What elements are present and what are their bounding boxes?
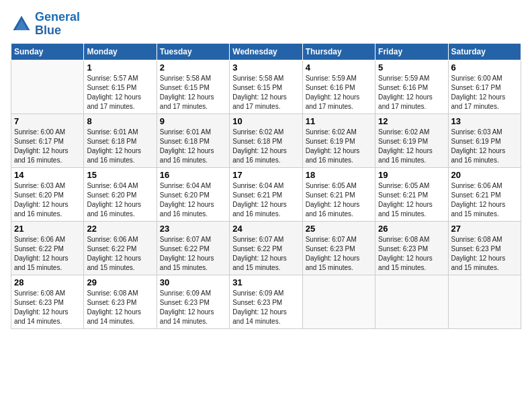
calendar-cell: 14Sunrise: 6:03 AM Sunset: 6:20 PM Dayli… (11, 167, 84, 221)
day-number: 2 (160, 62, 226, 73)
day-info: Sunrise: 6:01 AM Sunset: 6:18 PM Dayligh… (160, 128, 226, 165)
calendar-cell: 17Sunrise: 6:04 AM Sunset: 6:21 PM Dayli… (230, 167, 302, 221)
day-number: 18 (306, 170, 372, 180)
calendar-cell: 27Sunrise: 6:08 AM Sunset: 6:23 PM Dayli… (448, 221, 521, 275)
calendar-table: SundayMondayTuesdayWednesdayThursdayFrid… (11, 43, 521, 329)
calendar-cell: 19Sunrise: 6:05 AM Sunset: 6:21 PM Dayli… (375, 167, 448, 221)
weekday-header-friday: Friday (375, 43, 448, 60)
calendar-cell: 10Sunrise: 6:02 AM Sunset: 6:18 PM Dayli… (230, 113, 302, 167)
calendar-cell: 22Sunrise: 6:06 AM Sunset: 6:22 PM Dayli… (84, 221, 157, 275)
calendar-cell: 8Sunrise: 6:01 AM Sunset: 6:18 PM Daylig… (84, 113, 157, 167)
day-info: Sunrise: 6:04 AM Sunset: 6:20 PM Dayligh… (87, 181, 153, 219)
calendar-cell: 25Sunrise: 6:07 AM Sunset: 6:23 PM Dayli… (302, 221, 375, 275)
day-number: 26 (378, 224, 445, 234)
day-info: Sunrise: 5:57 AM Sunset: 6:15 PM Dayligh… (87, 74, 153, 111)
day-number: 16 (160, 170, 226, 180)
calendar-cell: 21Sunrise: 6:06 AM Sunset: 6:22 PM Dayli… (11, 221, 84, 275)
day-number: 22 (87, 224, 153, 234)
day-number: 1 (87, 62, 153, 73)
day-info: Sunrise: 6:04 AM Sunset: 6:21 PM Dayligh… (232, 181, 299, 219)
calendar-cell: 26Sunrise: 6:08 AM Sunset: 6:23 PM Dayli… (375, 221, 448, 275)
calendar-cell: 11Sunrise: 6:02 AM Sunset: 6:19 PM Dayli… (302, 113, 375, 167)
calendar-cell: 16Sunrise: 6:04 AM Sunset: 6:20 PM Dayli… (157, 167, 229, 221)
day-info: Sunrise: 6:06 AM Sunset: 6:22 PM Dayligh… (14, 235, 81, 273)
day-number: 15 (87, 170, 153, 180)
day-number: 3 (232, 62, 299, 73)
calendar-cell: 1Sunrise: 5:57 AM Sunset: 6:15 PM Daylig… (84, 60, 157, 113)
calendar-cell: 13Sunrise: 6:03 AM Sunset: 6:19 PM Dayli… (448, 113, 521, 167)
calendar-cell: 3Sunrise: 5:58 AM Sunset: 6:15 PM Daylig… (230, 60, 302, 113)
calendar-cell: 9Sunrise: 6:01 AM Sunset: 6:18 PM Daylig… (157, 113, 229, 167)
day-info: Sunrise: 6:09 AM Sunset: 6:23 PM Dayligh… (232, 289, 299, 326)
calendar-cell: 4Sunrise: 5:59 AM Sunset: 6:16 PM Daylig… (302, 60, 375, 113)
day-number: 7 (14, 116, 81, 126)
day-number: 27 (451, 224, 518, 234)
calendar-cell: 12Sunrise: 6:02 AM Sunset: 6:19 PM Dayli… (375, 113, 448, 167)
day-info: Sunrise: 6:00 AM Sunset: 6:17 PM Dayligh… (14, 128, 81, 165)
day-number: 31 (232, 277, 299, 287)
day-info: Sunrise: 6:06 AM Sunset: 6:21 PM Dayligh… (451, 181, 518, 219)
day-number: 14 (14, 170, 81, 180)
day-info: Sunrise: 6:04 AM Sunset: 6:20 PM Dayligh… (160, 181, 226, 219)
week-row-1: 1Sunrise: 5:57 AM Sunset: 6:15 PM Daylig… (11, 60, 521, 113)
weekday-header-row: SundayMondayTuesdayWednesdayThursdayFrid… (11, 43, 521, 60)
calendar-cell: 31Sunrise: 6:09 AM Sunset: 6:23 PM Dayli… (230, 275, 302, 328)
day-info: Sunrise: 6:05 AM Sunset: 6:21 PM Dayligh… (306, 181, 372, 219)
calendar-cell: 29Sunrise: 6:08 AM Sunset: 6:23 PM Dayli… (84, 275, 157, 328)
day-number: 21 (14, 224, 81, 234)
day-info: Sunrise: 6:02 AM Sunset: 6:19 PM Dayligh… (378, 128, 445, 165)
logo-icon (11, 13, 32, 35)
calendar-cell: 23Sunrise: 6:07 AM Sunset: 6:22 PM Dayli… (157, 221, 229, 275)
day-info: Sunrise: 6:06 AM Sunset: 6:22 PM Dayligh… (87, 235, 153, 273)
calendar-cell (375, 275, 448, 328)
weekday-header-wednesday: Wednesday (230, 43, 302, 60)
day-number: 28 (14, 277, 81, 287)
week-row-2: 7Sunrise: 6:00 AM Sunset: 6:17 PM Daylig… (11, 113, 521, 167)
day-number: 24 (232, 224, 299, 234)
day-info: Sunrise: 5:58 AM Sunset: 6:15 PM Dayligh… (232, 74, 299, 111)
day-number: 6 (451, 62, 518, 73)
day-number: 13 (451, 116, 518, 126)
day-info: Sunrise: 6:07 AM Sunset: 6:22 PM Dayligh… (160, 235, 226, 273)
logo-text: General Blue (35, 11, 80, 38)
day-info: Sunrise: 5:59 AM Sunset: 6:16 PM Dayligh… (378, 74, 445, 111)
calendar-cell (448, 275, 521, 328)
day-number: 12 (378, 116, 445, 126)
weekday-header-monday: Monday (84, 43, 157, 60)
day-info: Sunrise: 6:02 AM Sunset: 6:19 PM Dayligh… (306, 128, 372, 165)
day-info: Sunrise: 6:08 AM Sunset: 6:23 PM Dayligh… (378, 235, 445, 273)
day-info: Sunrise: 6:01 AM Sunset: 6:18 PM Dayligh… (87, 128, 153, 165)
day-number: 30 (160, 277, 226, 287)
day-info: Sunrise: 6:08 AM Sunset: 6:23 PM Dayligh… (451, 235, 518, 273)
day-number: 17 (232, 170, 299, 180)
day-info: Sunrise: 5:59 AM Sunset: 6:16 PM Dayligh… (306, 74, 372, 111)
day-number: 25 (306, 224, 372, 234)
weekday-header-saturday: Saturday (448, 43, 521, 60)
day-number: 10 (232, 116, 299, 126)
day-info: Sunrise: 6:07 AM Sunset: 6:23 PM Dayligh… (306, 235, 372, 273)
day-number: 8 (87, 116, 153, 126)
weekday-header-sunday: Sunday (11, 43, 84, 60)
day-number: 4 (306, 62, 372, 73)
day-number: 20 (451, 170, 518, 180)
calendar-cell (302, 275, 375, 328)
day-info: Sunrise: 5:58 AM Sunset: 6:15 PM Dayligh… (160, 74, 226, 111)
calendar-cell: 28Sunrise: 6:08 AM Sunset: 6:23 PM Dayli… (11, 275, 84, 328)
week-row-5: 28Sunrise: 6:08 AM Sunset: 6:23 PM Dayli… (11, 275, 521, 328)
day-info: Sunrise: 6:09 AM Sunset: 6:23 PM Dayligh… (160, 289, 226, 326)
calendar-cell: 7Sunrise: 6:00 AM Sunset: 6:17 PM Daylig… (11, 113, 84, 167)
day-number: 19 (378, 170, 445, 180)
day-number: 23 (160, 224, 226, 234)
calendar-cell: 20Sunrise: 6:06 AM Sunset: 6:21 PM Dayli… (448, 167, 521, 221)
day-info: Sunrise: 6:08 AM Sunset: 6:23 PM Dayligh… (14, 289, 81, 326)
weekday-header-thursday: Thursday (302, 43, 375, 60)
day-number: 9 (160, 116, 226, 126)
calendar-cell (11, 60, 84, 113)
day-info: Sunrise: 6:05 AM Sunset: 6:21 PM Dayligh… (378, 181, 445, 219)
page-header: General Blue (11, 11, 521, 38)
calendar-cell: 15Sunrise: 6:04 AM Sunset: 6:20 PM Dayli… (84, 167, 157, 221)
calendar-cell: 18Sunrise: 6:05 AM Sunset: 6:21 PM Dayli… (302, 167, 375, 221)
day-number: 11 (306, 116, 372, 126)
week-row-4: 21Sunrise: 6:06 AM Sunset: 6:22 PM Dayli… (11, 221, 521, 275)
logo: General Blue (11, 11, 80, 38)
